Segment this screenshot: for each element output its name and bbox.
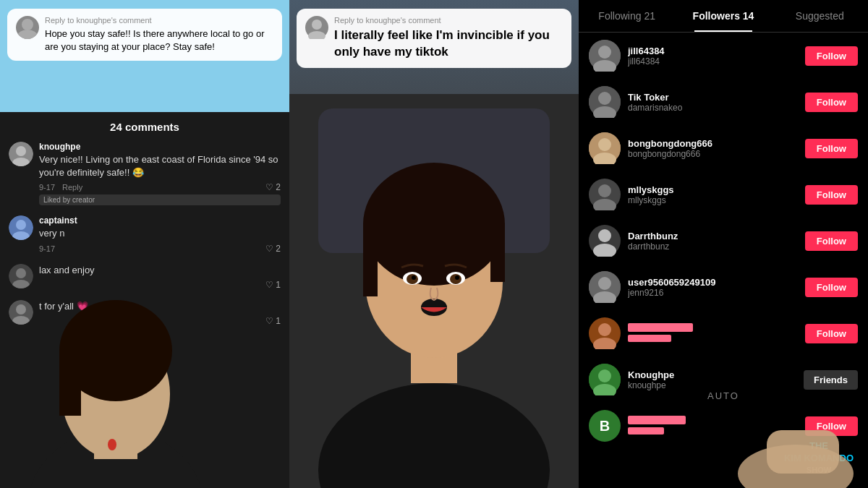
follower-info <box>628 416 798 437</box>
redacted-handle-bar-2 <box>628 427 664 435</box>
redacted-name-bar-2 <box>628 416 686 424</box>
comment-body-4: t for y'all 💗 1 <box>39 300 281 326</box>
follower-avatar <box>589 132 621 164</box>
friends-button[interactable]: Friends <box>804 370 858 390</box>
follower-handle: knoughpe <box>628 380 796 390</box>
follow-button[interactable]: Follow <box>805 46 858 66</box>
svg-point-39 <box>598 46 611 59</box>
follow-button[interactable]: Follow <box>805 324 858 343</box>
follower-info: Knoughpe knoughpe <box>628 369 796 390</box>
svg-rect-29 <box>363 224 378 296</box>
follow-button[interactable]: Follow <box>805 278 858 297</box>
tab-suggested[interactable]: Suggested <box>772 0 868 32</box>
svg-point-45 <box>598 138 611 151</box>
right-panel: Following 21 Followers 14 Suggested jill… <box>579 0 868 488</box>
center-comment-bubble: Reply to knoughpe's comment I literally … <box>297 9 571 68</box>
follow-button[interactable]: Follow <box>805 231 858 251</box>
follower-handle: jenn9216 <box>628 288 798 298</box>
comment-like-2[interactable]: 2 <box>265 244 281 254</box>
follow-button[interactable]: Follow <box>805 93 858 112</box>
follow-button[interactable]: Follow <box>805 416 858 436</box>
watermark: THE KIM KOMANDO SHOW <box>778 436 859 479</box>
follower-row: bongbongdong666 bongbongdong666 Follow <box>579 125 868 171</box>
comment-text-1: Very nice!! Living on the east coast of … <box>39 153 281 179</box>
comment-row: lax and enjoy 1 <box>9 264 281 290</box>
comment-meta-2: 9-17 2 <box>39 244 281 254</box>
follower-row: jill64384 jill64384 Follow <box>579 33 868 79</box>
svg-point-0 <box>22 19 33 30</box>
follower-avatar <box>589 271 621 303</box>
follower-name-redacted <box>628 416 798 427</box>
svg-point-36 <box>455 275 459 280</box>
top-comment-text: Hope you stay safe!! Is there anywhere l… <box>45 27 273 53</box>
follower-name-redacted <box>628 323 798 334</box>
follower-info: Darrthbunz darrthbunz <box>628 231 798 252</box>
svg-point-42 <box>598 92 611 105</box>
tab-followers[interactable]: Followers 14 <box>675 0 771 32</box>
follower-name: mllyskggs <box>628 184 798 195</box>
follow-button[interactable]: Follow <box>805 139 858 158</box>
follow-button[interactable]: Follow <box>805 185 858 205</box>
center-person <box>289 94 579 488</box>
svg-point-3 <box>16 146 26 156</box>
follower-row: mllyskggs mllyskggs Follow <box>579 171 868 218</box>
top-comment-bubble: Reply to knoughpe's comment Hope you sta… <box>7 9 282 61</box>
comment-text-2: very n <box>39 227 281 240</box>
follower-info: Tik Toker damarisnakeo <box>628 92 798 113</box>
heart-icon <box>265 280 273 290</box>
comment-like-4[interactable]: 1 <box>265 316 281 326</box>
watermark-line2: KIM KOMANDO <box>784 453 854 465</box>
svg-rect-30 <box>490 224 505 282</box>
follower-row: Follow <box>579 310 868 356</box>
comment-body-3: lax and enjoy 1 <box>39 264 281 290</box>
comment-meta-3: 1 <box>39 280 281 290</box>
comment-reply-1[interactable]: Reply <box>62 183 82 192</box>
follower-handle-redacted <box>628 427 798 437</box>
follower-name: bongbongdong666 <box>628 138 798 149</box>
follower-info <box>628 323 798 344</box>
comment-row: t for y'all 💗 1 <box>9 300 281 326</box>
auto-label: AUTO <box>707 390 739 401</box>
top-reply-label: Reply to knoughpe's comment <box>45 16 273 25</box>
comment-like-3[interactable]: 1 <box>265 280 281 290</box>
comment-avatar-3 <box>9 264 33 288</box>
center-bubble-text: I literally feel like I'm invincible if … <box>334 27 563 61</box>
heart-icon <box>265 316 273 326</box>
comments-title: 24 comments <box>9 121 281 133</box>
follower-avatar <box>589 317 621 349</box>
follower-info: mllyskggs mllyskggs <box>628 184 798 205</box>
svg-point-54 <box>598 277 611 290</box>
follower-info: jill64384 jill64384 <box>628 46 798 67</box>
follower-avatar: B <box>589 410 621 442</box>
tab-following[interactable]: Following 21 <box>579 0 675 32</box>
svg-point-1 <box>17 30 38 39</box>
left-panel: Reply to knoughpe's comment Hope you sta… <box>0 0 289 488</box>
follower-handle: mllyskggs <box>628 195 798 205</box>
follower-name: Darrthbunz <box>628 231 798 241</box>
svg-point-48 <box>598 184 611 197</box>
svg-point-21 <box>312 20 322 30</box>
follower-row: Tik Toker damarisnakeo Follow <box>579 79 868 125</box>
center-bubble-avatar <box>305 16 328 42</box>
follower-avatar <box>589 179 621 210</box>
comment-meta-4: 1 <box>39 316 281 326</box>
svg-point-9 <box>16 268 26 278</box>
follower-name: jill64384 <box>628 46 798 56</box>
follower-avatar <box>589 364 621 395</box>
follower-list: jill64384 jill64384 Follow Tik Toker dam… <box>579 33 868 484</box>
svg-point-28 <box>363 163 505 286</box>
comment-body-1: knoughpe Very nice!! Living on the east … <box>39 142 281 205</box>
svg-point-12 <box>16 304 26 314</box>
comment-text-3: lax and enjoy <box>39 264 281 277</box>
follower-handle: bongbongdong666 <box>628 149 798 159</box>
heart-icon <box>265 182 273 192</box>
comment-avatar-4 <box>9 300 33 325</box>
svg-point-6 <box>16 220 26 230</box>
comment-meta-1: 9-17 Reply 2 <box>39 182 281 192</box>
redacted-name-bar <box>628 323 693 332</box>
comment-like-1[interactable]: 2 <box>265 182 281 192</box>
svg-point-57 <box>598 323 611 336</box>
follower-avatar <box>589 225 621 257</box>
svg-point-60 <box>598 369 611 382</box>
svg-point-35 <box>412 275 416 280</box>
